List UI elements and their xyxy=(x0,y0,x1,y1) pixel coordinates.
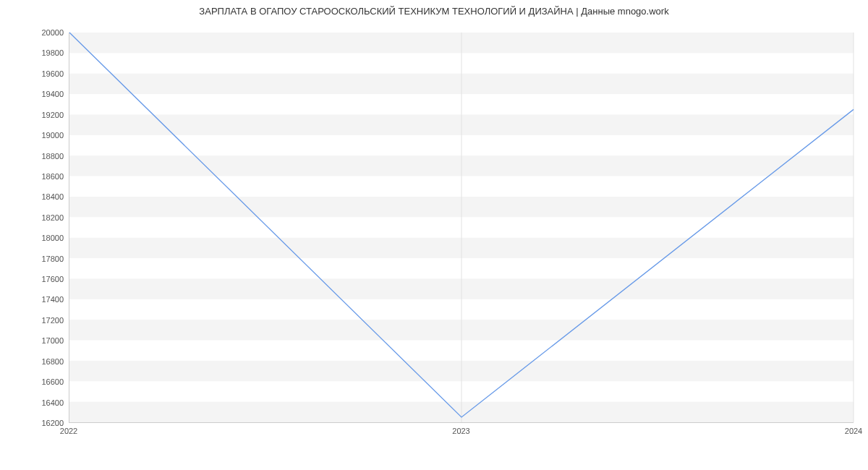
plot-area xyxy=(69,33,854,423)
y-tick-label: 19200 xyxy=(6,111,64,119)
y-tick-label: 18000 xyxy=(6,234,64,242)
y-tick-label: 19000 xyxy=(6,131,64,140)
x-tick-label: 2024 xyxy=(845,427,862,435)
y-tick-label: 17600 xyxy=(6,275,64,283)
y-tick-label: 18200 xyxy=(6,213,64,222)
y-tick-label: 17800 xyxy=(6,255,64,263)
y-tick-label: 18400 xyxy=(6,192,64,201)
y-tick-label: 18800 xyxy=(6,152,64,161)
chart-title: ЗАРПЛАТА В ОГАПОУ СТАРООСКОЛЬСКИЙ ТЕХНИК… xyxy=(0,6,868,17)
y-tick-label: 19600 xyxy=(6,69,64,78)
y-tick-label: 17000 xyxy=(6,336,64,345)
chart-container: ЗАРПЛАТА В ОГАПОУ СТАРООСКОЛЬСКИЙ ТЕХНИК… xyxy=(0,0,868,470)
y-tick-label: 16800 xyxy=(6,357,64,366)
y-tick-label: 18600 xyxy=(6,172,64,181)
y-tick-label: 19800 xyxy=(6,48,64,57)
x-tick-label: 2023 xyxy=(452,427,469,435)
x-tick-label: 2022 xyxy=(60,427,77,435)
y-tick-label: 16600 xyxy=(6,377,64,386)
y-tick-label: 16400 xyxy=(6,398,64,407)
y-tick-label: 17400 xyxy=(6,295,64,304)
y-tick-label: 16200 xyxy=(6,419,64,427)
chart-svg xyxy=(69,33,854,422)
y-tick-label: 20000 xyxy=(6,28,64,37)
y-tick-label: 19400 xyxy=(6,90,64,98)
y-tick-label: 17200 xyxy=(6,316,64,325)
